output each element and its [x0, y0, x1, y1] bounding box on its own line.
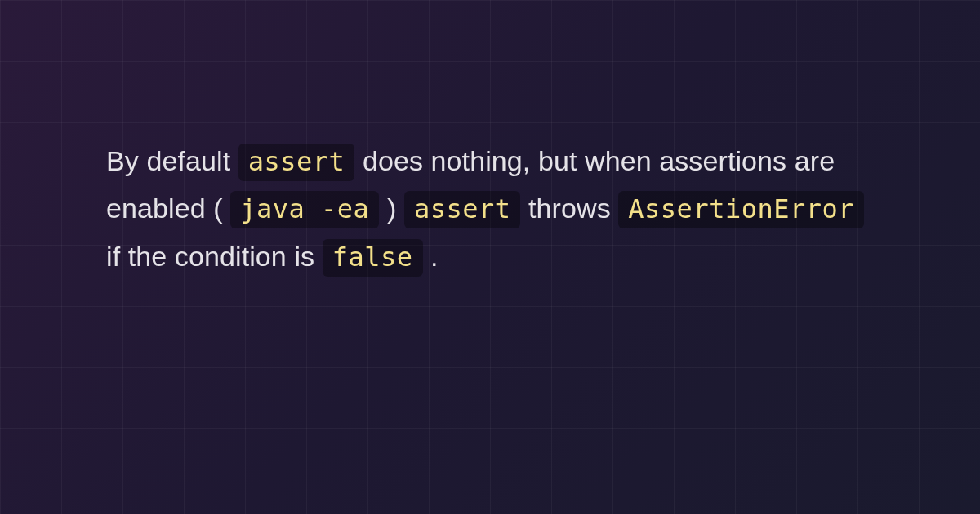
- code-false: false: [323, 239, 423, 277]
- code-assertion-error: AssertionError: [618, 191, 864, 228]
- code-java-ea: java -ea: [230, 191, 379, 228]
- code-assert: assert: [404, 191, 521, 228]
- text-segment: ): [387, 193, 404, 224]
- code-assert: assert: [238, 144, 355, 181]
- text-segment: .: [430, 241, 439, 272]
- paragraph: By default assert does nothing, but when…: [106, 137, 874, 280]
- text-segment: By default: [106, 145, 238, 176]
- text-segment: throws: [528, 193, 618, 224]
- text-segment: if the condition is: [106, 241, 323, 272]
